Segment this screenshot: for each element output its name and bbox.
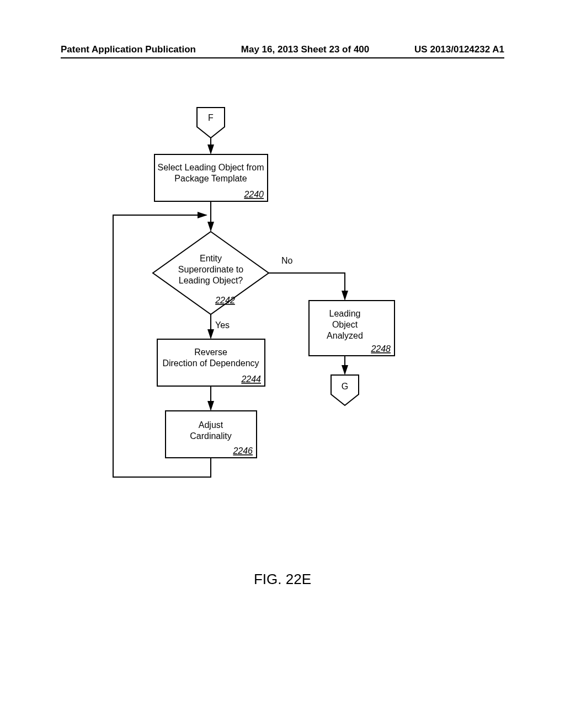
- connector-out-G: G: [331, 375, 359, 405]
- node-select: Select Leading Object from Package Templ…: [154, 154, 268, 201]
- decision-line2: Superordinate to: [178, 265, 243, 274]
- analyzed-line2: Object: [332, 320, 358, 329]
- header-center: May 16, 2013 Sheet 23 of 400: [241, 44, 369, 55]
- figure-label: FIG. 22E: [0, 571, 565, 588]
- header-rule: [61, 57, 504, 58]
- analyzed-line1: Leading: [329, 309, 361, 318]
- arrow-decision-no: [269, 273, 345, 299]
- page-header: Patent Application Publication May 16, 2…: [61, 44, 504, 55]
- reverse-line2: Direction of Dependency: [162, 358, 259, 368]
- node-decision: Entity Superordinate to Leading Object? …: [153, 232, 269, 314]
- decision-yes-label: Yes: [215, 320, 230, 330]
- analyzed-ref: 2248: [370, 344, 391, 354]
- decision-ref: 2242: [215, 296, 235, 305]
- select-ref: 2240: [243, 190, 264, 199]
- analyzed-line3: Analyzed: [327, 331, 363, 340]
- reverse-ref: 2244: [241, 374, 261, 384]
- decision-line1: Entity: [200, 254, 222, 263]
- connector-out-label: G: [342, 382, 348, 391]
- decision-line3: Leading Object?: [179, 276, 243, 285]
- page: Patent Application Publication May 16, 2…: [0, 0, 565, 728]
- adjust-line2: Cardinality: [190, 431, 232, 441]
- select-line2: Package Template: [174, 174, 247, 183]
- node-reverse: Reverse Direction of Dependency 2244: [157, 339, 265, 386]
- header-right: US 2013/0124232 A1: [414, 44, 504, 55]
- adjust-ref: 2246: [232, 446, 253, 456]
- node-analyzed: Leading Object Analyzed 2248: [309, 301, 395, 356]
- decision-no-label: No: [281, 256, 293, 265]
- header-left: Patent Application Publication: [61, 44, 196, 55]
- adjust-line1: Adjust: [199, 420, 223, 430]
- reverse-line1: Reverse: [194, 347, 227, 357]
- connector-in-F: F: [197, 108, 225, 138]
- svg-marker-0: [197, 108, 225, 138]
- node-adjust: Adjust Cardinality 2246: [166, 411, 257, 458]
- flowchart-svg: F Select Leading Object from Package Tem…: [0, 72, 565, 568]
- select-line1: Select Leading Object from: [158, 163, 264, 172]
- connector-in-label: F: [208, 113, 214, 122]
